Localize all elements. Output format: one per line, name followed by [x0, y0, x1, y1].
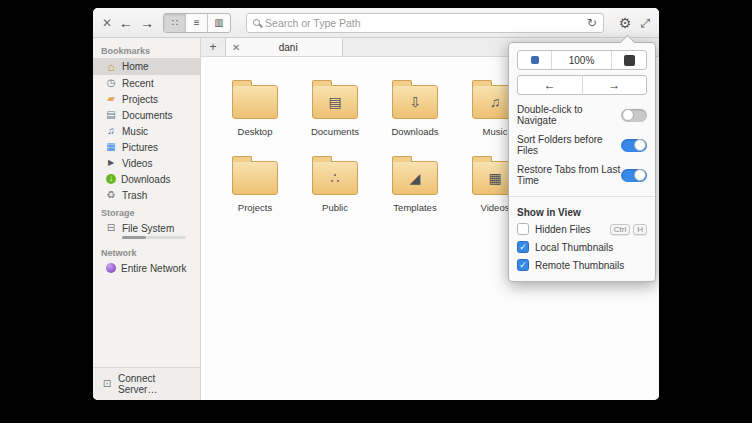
header-bar: ✕ ← → ∷ ≡ ▥ ↻ ⚙ ⤢: [93, 8, 659, 38]
gear-icon[interactable]: ⚙: [619, 16, 632, 30]
sidebar-item-label: Recent: [122, 78, 154, 89]
sidebar-item-trash[interactable]: ♻ Trash: [93, 187, 200, 203]
close-icon[interactable]: ✕: [102, 17, 112, 29]
local-thumbnails-checkbox[interactable]: ✓: [517, 241, 529, 253]
toggle-label: Double-click to Navigate: [517, 104, 621, 126]
check-icon: ✓: [519, 243, 527, 252]
folder-name: Public: [322, 202, 348, 213]
music-note-icon: ♫: [105, 126, 117, 136]
sidebar-item-recent[interactable]: ◷ Recent: [93, 75, 200, 91]
folder-templates[interactable]: ◢ Templates: [375, 151, 455, 213]
sidebar-item-downloads[interactable]: ↓ Downloads: [93, 171, 200, 187]
sidebar-section-storage: Storage: [93, 203, 200, 220]
network-globe-icon: [106, 263, 116, 273]
expand-icon[interactable]: ⤢: [640, 17, 650, 29]
folder-public[interactable]: ∴ Public: [295, 151, 375, 213]
view-switcher: ∷ ≡ ▥: [163, 13, 231, 33]
history-control: ← →: [517, 75, 647, 95]
remote-thumbnails-checkbox[interactable]: ✓: [517, 259, 529, 271]
folder-downloads[interactable]: ⇩ Downloads: [375, 75, 455, 137]
tab-label: dani: [240, 42, 336, 53]
column-view-button[interactable]: ▥: [208, 14, 230, 32]
folder-icon: ◢: [392, 161, 438, 195]
pictures-icon: ▦: [105, 142, 117, 152]
zoom-out-button[interactable]: [518, 51, 552, 69]
tab-close-icon[interactable]: ✕: [232, 42, 240, 53]
folder-name: Desktop: [238, 126, 273, 137]
sidebar-item-pictures[interactable]: ▦ Pictures: [93, 139, 200, 155]
server-icon: ⊡: [101, 379, 113, 389]
folder-name: Downloads: [392, 126, 439, 137]
templates-emblem-icon: ◢: [393, 162, 437, 194]
tab-dani[interactable]: ✕ dani: [225, 38, 343, 56]
documents-icon: ▤: [105, 110, 117, 120]
sidebar-item-label: File System: [122, 223, 174, 234]
sidebar-item-label: Home: [122, 61, 149, 72]
sidebar-item-videos[interactable]: ▶ Videos: [93, 155, 200, 171]
checkbox-label: Local Thumbnails: [535, 242, 647, 253]
ctrl-keycap: Ctrl: [610, 224, 630, 235]
forward-icon[interactable]: →: [140, 16, 154, 30]
popover-forward-button[interactable]: →: [583, 76, 647, 94]
sidebar: Bookmarks ⌂ Home ◷ Recent ▰ Projects ▤ D…: [93, 38, 201, 400]
sidebar-item-projects[interactable]: ▰ Projects: [93, 91, 200, 107]
connect-server-button[interactable]: ⊡ Connect Server…: [93, 367, 200, 400]
sidebar-item-documents[interactable]: ▤ Documents: [93, 107, 200, 123]
sidebar-item-entire-network[interactable]: Entire Network: [93, 260, 200, 276]
settings-popover: 100% ← → Double-click to Navigate Sort F…: [508, 42, 656, 282]
share-emblem-icon: ∴: [313, 162, 357, 194]
sidebar-item-label: Documents: [122, 110, 173, 121]
folder-icon: ▰: [105, 94, 117, 104]
sidebar-item-label: Pictures: [122, 142, 158, 153]
sidebar-item-label: Downloads: [121, 174, 170, 185]
search-input[interactable]: [265, 17, 582, 29]
file-system-usage-bar: [122, 236, 186, 239]
show-in-view-header: Show in View: [517, 203, 647, 220]
refresh-icon[interactable]: ↻: [587, 16, 597, 30]
toggle-knob: [622, 109, 634, 121]
toggle-row-sort-folders: Sort Folders before Files: [517, 130, 647, 160]
drive-icon: ⊟: [105, 223, 117, 233]
trash-icon: ♻: [105, 190, 117, 200]
folder-icon: [232, 85, 278, 119]
folder-name: Music: [483, 126, 508, 137]
sidebar-item-music[interactable]: ♫ Music: [93, 123, 200, 139]
zoom-in-button[interactable]: [612, 51, 646, 69]
list-view-button[interactable]: ≡: [186, 14, 208, 32]
popover-back-button[interactable]: ←: [518, 76, 583, 94]
projects-emblem-icon: [233, 162, 277, 194]
folder-icon: ⇩: [392, 85, 438, 119]
folder-projects[interactable]: Projects: [215, 151, 295, 213]
sidebar-item-label: Projects: [122, 94, 158, 105]
restore-tabs-toggle[interactable]: [621, 169, 647, 182]
checkbox-label: Remote Thumbnails: [535, 260, 647, 271]
folder-documents[interactable]: ▤ Documents: [295, 75, 375, 137]
sort-folders-toggle[interactable]: [621, 139, 647, 152]
recent-icon: ◷: [105, 78, 117, 88]
double-click-toggle[interactable]: [621, 109, 647, 122]
toggle-knob: [634, 139, 646, 151]
sidebar-item-home[interactable]: ⌂ Home: [93, 58, 200, 75]
new-tab-button[interactable]: +: [201, 38, 225, 56]
download-emblem-icon: ⇩: [393, 86, 437, 118]
sidebar-item-label: Entire Network: [121, 263, 187, 274]
folder-icon: ▤: [312, 85, 358, 119]
toggle-row-double-click: Double-click to Navigate: [517, 100, 647, 130]
folder-name: Documents: [311, 126, 359, 137]
zoom-control: 100%: [517, 50, 647, 70]
back-icon[interactable]: ←: [119, 16, 133, 30]
home-icon: ⌂: [105, 61, 117, 73]
grid-view-button[interactable]: ∷: [164, 14, 186, 32]
sidebar-item-label: Trash: [122, 190, 147, 201]
videos-icon: ▶: [105, 159, 117, 167]
checkbox-row-remote-thumbnails: ✓ Remote Thumbnails: [517, 256, 647, 274]
sidebar-item-file-system[interactable]: ⊟ File System: [93, 220, 200, 236]
folder-name: Videos: [481, 202, 510, 213]
folder-desktop[interactable]: Desktop: [215, 75, 295, 137]
folder-icon: [232, 161, 278, 195]
toggle-row-restore-tabs: Restore Tabs from Last Time: [517, 160, 647, 190]
folder-name: Templates: [393, 202, 436, 213]
search-icon: [253, 19, 260, 26]
hidden-files-checkbox[interactable]: ✓: [517, 223, 529, 235]
zoom-out-icon: [531, 56, 539, 64]
